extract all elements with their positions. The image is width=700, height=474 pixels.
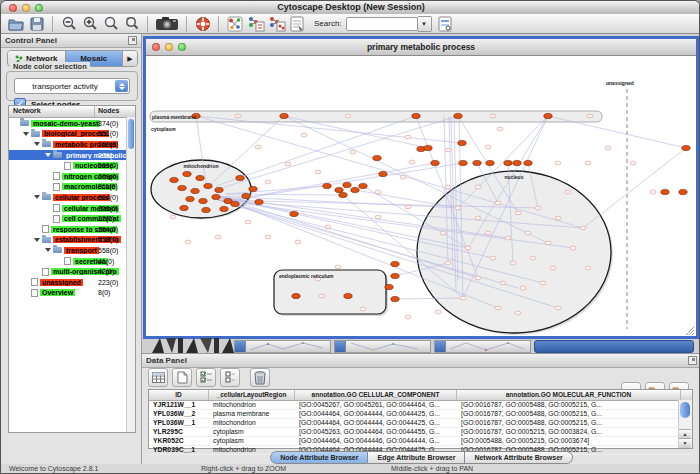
network-node-selected[interactable]	[290, 211, 298, 216]
table-row[interactable]: YPL036W__2plasma membrane[GO:0044464, GO…	[149, 410, 692, 419]
float-panel-icon[interactable]	[688, 356, 697, 365]
network-node-selected[interactable]	[424, 145, 432, 150]
tree-row[interactable]: secretion41(0)	[9, 256, 135, 267]
network-node[interactable]	[295, 240, 301, 244]
network-node[interactable]	[215, 235, 221, 239]
tab-network-attribute-browser[interactable]: Network Attribute Browser	[465, 451, 572, 464]
network-node-selected[interactable]	[385, 284, 393, 289]
network-node[interactable]	[490, 256, 496, 260]
network-canvas[interactable]: plasma membranecytoplasmmitochondrionnuc…	[146, 56, 696, 336]
network-node-selected[interactable]	[255, 199, 263, 204]
open-icon[interactable]	[6, 15, 25, 32]
network-node-selected[interactable]	[180, 205, 188, 210]
search-input[interactable]	[346, 17, 418, 31]
tab-node-attribute-browser[interactable]: Node Attribute Browser	[270, 451, 368, 464]
network-node[interactable]	[455, 206, 461, 210]
network-node[interactable]	[405, 205, 411, 209]
network-node[interactable]	[505, 236, 511, 240]
network-node-selected[interactable]	[335, 187, 343, 192]
network-node[interactable]	[375, 190, 381, 194]
tree-row[interactable]: biological_process651(0)	[9, 129, 135, 140]
table-row[interactable]: YJR121W__1mitochondrion[GO:0045267, GO:0…	[149, 401, 692, 410]
network-node[interactable]	[495, 306, 501, 310]
network-node[interactable]	[570, 246, 576, 250]
network-node[interactable]	[440, 231, 446, 235]
tree-row[interactable]: multi-organism pro42(0)	[9, 266, 135, 277]
scroll-down-button[interactable]: ▼	[679, 438, 691, 448]
network-node[interactable]	[345, 114, 351, 118]
network-node[interactable]	[460, 296, 466, 300]
network-node[interactable]	[245, 220, 251, 224]
network-node-selected[interactable]	[544, 113, 552, 118]
network-node-selected[interactable]	[379, 171, 387, 176]
network-node-selected[interactable]	[215, 187, 223, 192]
network-node-selected[interactable]	[524, 160, 532, 165]
network-node[interactable]	[495, 201, 501, 205]
network-node[interactable]	[405, 135, 411, 139]
zoom-out-icon[interactable]	[59, 15, 78, 32]
network-node[interactable]	[535, 206, 541, 210]
network-node[interactable]	[587, 114, 593, 118]
network-node-selected[interactable]	[351, 187, 359, 192]
network-node-selected[interactable]	[344, 293, 352, 298]
network-node-selected[interactable]	[191, 188, 199, 193]
tree-row[interactable]: nitrogen compo209(0)	[9, 171, 135, 182]
network-node[interactable]	[565, 190, 571, 194]
network-node[interactable]	[585, 161, 591, 165]
network-node-selected[interactable]	[183, 171, 191, 176]
network-node-selected[interactable]	[391, 261, 399, 266]
network-node-selected[interactable]	[682, 145, 690, 150]
network-node[interactable]	[409, 160, 415, 164]
tree-row[interactable]: nucleobase-209(0)	[9, 160, 135, 171]
minimized-window[interactable]	[434, 340, 531, 353]
tree-row[interactable]: unassigned223(0)	[9, 277, 135, 288]
overview-network-icon[interactable]	[225, 15, 244, 32]
table-scrollbar[interactable]: ▲ ▼	[678, 400, 692, 448]
network-node-selected[interactable]	[204, 183, 212, 188]
table-column-header[interactable]: ID	[149, 390, 209, 400]
network-node[interactable]	[630, 161, 636, 165]
network-node[interactable]	[525, 231, 531, 235]
network-node[interactable]	[445, 261, 451, 265]
network-node[interactable]	[350, 150, 356, 154]
network-node-selected[interactable]	[454, 113, 462, 118]
network-node[interactable]	[540, 281, 546, 285]
network-node[interactable]	[555, 306, 561, 310]
tree-scrollbar-thumb[interactable]	[128, 119, 134, 149]
network-node-selected[interactable]	[391, 273, 399, 278]
network-node-selected[interactable]	[292, 293, 300, 298]
network-node[interactable]	[475, 216, 481, 220]
network-node[interactable]	[445, 185, 451, 189]
create-view-icon[interactable]	[246, 15, 265, 32]
network-node[interactable]	[605, 146, 611, 150]
network-node-selected[interactable]	[458, 140, 466, 145]
network-node-selected[interactable]	[186, 196, 194, 201]
network-node[interactable]	[500, 281, 506, 285]
network-node[interactable]	[510, 261, 516, 265]
network-node[interactable]	[555, 161, 561, 165]
expand-arrow-icon[interactable]	[45, 248, 51, 252]
tree-row[interactable]: macromolecule311(0)	[9, 182, 135, 193]
expand-arrow-icon[interactable]	[34, 142, 40, 146]
minimized-window[interactable]	[334, 340, 431, 353]
network-node[interactable]	[400, 175, 406, 179]
network-node-selected[interactable]	[661, 189, 669, 194]
search-options-icon[interactable]	[436, 15, 455, 32]
network-node-selected[interactable]	[473, 160, 481, 165]
search-dropdown-button[interactable]: ▼	[418, 16, 432, 32]
network-node[interactable]	[255, 145, 261, 149]
network-node-selected[interactable]	[199, 198, 207, 203]
new-attribute-icon[interactable]	[172, 368, 192, 387]
network-node[interactable]	[520, 286, 526, 290]
network-node-selected[interactable]	[504, 160, 512, 165]
table-scrollbar-thumb[interactable]	[680, 402, 690, 418]
tree-row[interactable]: response to stimul264(0)	[9, 224, 135, 235]
network-node-selected[interactable]	[339, 192, 347, 197]
network-node-selected[interactable]	[196, 175, 204, 180]
network-node[interactable]	[405, 315, 411, 319]
attributes-table-icon[interactable]	[148, 368, 168, 387]
network-window-titlebar[interactable]: primary metabolic process	[146, 39, 696, 56]
float-panel-icon[interactable]	[128, 36, 137, 45]
network-node-selected[interactable]	[280, 113, 288, 118]
table-column-header[interactable]: annotation.GO CELLULAR_COMPONENT	[295, 390, 457, 400]
